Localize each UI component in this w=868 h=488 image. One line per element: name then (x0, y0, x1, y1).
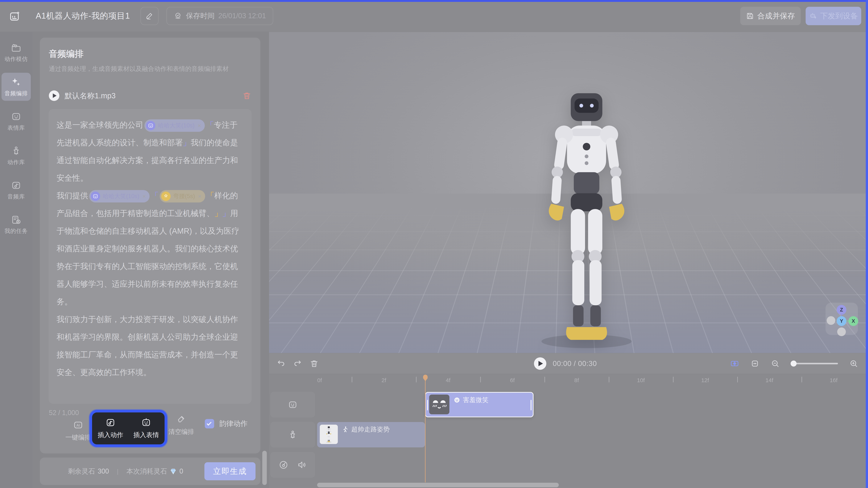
sidebar-item-audio-lib[interactable]: 音频库 (1, 176, 31, 204)
play-icon (538, 361, 543, 366)
gizmo-neg-x[interactable] (827, 316, 835, 325)
one-key-arrange-button[interactable]: AI 一键编排 (63, 420, 93, 442)
topbar-actions: 合成并保存 下发到设备 (740, 7, 861, 25)
delete-clip-button[interactable] (310, 359, 319, 368)
app-logo-icon (9, 10, 22, 22)
viewport-3d[interactable]: Z X Y (269, 32, 866, 353)
clear-arrange-label: 清空编排 (168, 428, 194, 436)
play-button[interactable] (534, 357, 546, 370)
merge-save-button[interactable]: 合成并保存 (740, 7, 801, 25)
panel-subtitle: 通过音频处理，生成音频素材以及融合动作和表情的音频编排素材 (49, 65, 251, 73)
zoom-in-button[interactable] (849, 359, 858, 368)
insert-action-label: 插入动作 (98, 431, 123, 439)
gizmo-neg-z[interactable] (837, 327, 846, 336)
play-icon (53, 93, 57, 98)
gizmo-axis-x[interactable]: X (848, 316, 858, 326)
speaker-icon[interactable] (297, 460, 307, 470)
action-tag[interactable]: 弯腰(5s)× (160, 190, 205, 202)
redo-button[interactable] (293, 359, 302, 368)
delete-audio-button[interactable] (242, 91, 251, 100)
ruler-label: 12f (701, 377, 709, 383)
action-clip[interactable]: 超帅走路姿势 (317, 422, 425, 448)
sidebar-item-audio-arrange[interactable]: 音频编排 (1, 73, 31, 101)
ruler-tick (737, 377, 738, 382)
expression-quote-close: 」 (183, 138, 191, 147)
save-status: 保存时间 26/01/03 12:01 (166, 7, 273, 25)
clear-arrange-button[interactable]: 清空编排 (166, 414, 196, 436)
rhythm-checkbox[interactable] (205, 419, 214, 428)
insert-expression-button[interactable]: 插入表情 (131, 418, 161, 439)
expression-tag[interactable]: 哈哈大笑(10s)× (145, 119, 205, 132)
timeline[interactable]: 0f2f4f6f8f10f12f14f16f 超帅走路姿势 (269, 374, 866, 488)
axis-gizmo[interactable]: Z X Y (826, 303, 858, 335)
tag-label: 哈哈大笑(10s) (158, 117, 195, 135)
zoom-out-button[interactable] (771, 359, 780, 368)
insert-action-button[interactable]: 插入动作 (95, 418, 125, 439)
ai-icon: AI (73, 420, 83, 430)
ruler-tick (416, 377, 416, 382)
expression-quote-open: 「 (206, 120, 214, 129)
snap-toggle[interactable] (730, 359, 739, 368)
gizmo-axis-z[interactable]: Z (837, 305, 846, 315)
rhythm-toggle[interactable]: 韵律动作 (205, 419, 248, 428)
tag-remove-icon[interactable]: × (198, 117, 201, 135)
script-editor[interactable]: 这是一家全球领先的公司哈哈大笑(10s)×「专注于先进机器人系统的设计、制造和部… (49, 109, 251, 404)
robot-download-icon (809, 12, 817, 20)
tag-label: 哈哈大笑(10s) (103, 188, 140, 205)
rename-button[interactable] (141, 7, 159, 25)
timeline-scrollbar[interactable] (317, 483, 559, 487)
ruler-label: 14f (766, 377, 773, 383)
panel-scrollbar[interactable] (262, 451, 267, 485)
one-key-arrange-label: 一键编排 (65, 433, 91, 442)
screen-border-right (866, 0, 868, 488)
audio-play-button[interactable] (49, 90, 59, 101)
check-icon (207, 421, 212, 426)
ruler-tick (480, 377, 481, 382)
robot-model[interactable] (515, 86, 658, 353)
action-clip-thumbnail (320, 425, 338, 444)
expression-clip-title: 害羞微笑 (454, 396, 489, 404)
musicbox-icon (11, 180, 22, 191)
expression-tag[interactable]: 哈哈大笑(10s)× (89, 190, 150, 202)
fit-view-button[interactable] (750, 359, 760, 368)
floppy-icon (746, 12, 754, 20)
timeline-zoom-slider[interactable] (791, 363, 838, 364)
remaining-label: 剩余灵石 (68, 467, 95, 476)
expression-clip[interactable]: 害羞微笑 (425, 392, 534, 417)
gizmo-axis-y[interactable]: Y (837, 316, 846, 326)
cloud-check-icon (174, 12, 182, 20)
transport: 00:00 / 00:30 (534, 357, 597, 370)
tag-remove-icon[interactable]: × (198, 188, 202, 205)
sidebar-item-label: 音频编排 (4, 90, 28, 97)
undo-button[interactable] (277, 359, 286, 368)
merge-save-label: 合成并保存 (757, 11, 795, 21)
expression-quote-close: 」 (222, 209, 230, 218)
sidebar-item-my-tasks[interactable]: 我的任务 (1, 210, 31, 238)
playhead-handle[interactable] (423, 374, 428, 382)
clapper-icon (11, 42, 22, 53)
editor-toolbar: AI 一键编排 插入动作 插入表情 清空编排 韵律动作 (49, 413, 251, 449)
expression-clip-thumbnail (429, 395, 450, 414)
tag-remove-icon[interactable]: × (143, 188, 146, 205)
sidebar-item-label: 音频库 (7, 193, 25, 201)
ruler-label: 10f (637, 377, 645, 383)
generate-button[interactable]: 立即生成 (205, 462, 255, 480)
clip-trim-handle-right[interactable] (531, 400, 531, 410)
save-time-label: 保存时间 (186, 11, 215, 21)
ruler-label: 8f (574, 377, 579, 383)
topbar: A1机器人动作-我的项目1 保存时间 26/01/03 12:01 合成并保存 … (0, 0, 868, 32)
sidebar-item-action-lib[interactable]: 动作库 (1, 142, 31, 170)
cost-value: 0 (179, 467, 183, 475)
pencil-icon (146, 12, 154, 20)
action-track-icon (288, 430, 298, 440)
action-clip-title: 超帅走路姿势 (342, 425, 390, 434)
sidebar-item-label: 动作库 (7, 159, 25, 166)
svg-text:AI: AI (76, 423, 80, 427)
expression-track-header (271, 392, 315, 417)
slider-knob[interactable] (790, 361, 797, 367)
clip-trim-handle-left[interactable] (427, 400, 428, 410)
playhead-line (425, 381, 426, 482)
sidebar-item-expression-lib[interactable]: 表情库 (1, 107, 31, 135)
sidebar-item-motion-mimic[interactable]: 动作模仿 (1, 38, 31, 66)
deploy-button[interactable]: 下发到设备 (806, 7, 861, 25)
